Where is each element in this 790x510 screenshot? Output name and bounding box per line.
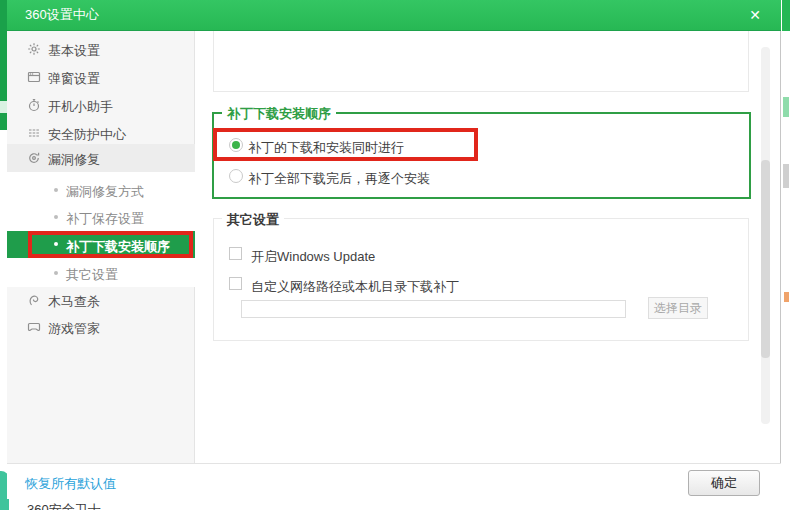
radio-download-install-simultaneous[interactable] [229,138,243,152]
footer-bar: 恢复所有默认值 确定 [7,463,781,499]
checkbox-label: 自定义网络路径或本机目录下载补丁 [251,278,459,296]
sidebar-subitem-repair-method[interactable]: 漏洞修复方式 [7,176,195,204]
sidebar-subitem-patch-save[interactable]: 补丁保存设置 [7,203,195,231]
background-window-right-strip [782,0,790,31]
sidebar-item-vulnerability-repair[interactable]: 漏洞修复 [7,144,195,172]
radio-download-all-then-install[interactable] [229,169,243,183]
checkbox-windows-update[interactable] [229,247,242,260]
radio-label: 补丁全部下载完后，再逐个安装 [248,170,430,188]
sidebar-item-label: 基本设置 [48,42,100,60]
window-icon [27,70,41,84]
title-bar: 360设置中心 ✕ [7,0,781,31]
sidebar-subitem-label: 补丁保存设置 [66,210,144,228]
ok-button[interactable]: 确定 [688,470,760,496]
sidebar-item-protection-center[interactable]: 安全防护中心 [7,119,195,147]
checkbox-label: 开启Windows Update [251,248,375,266]
sidebar-item-label: 漏洞修复 [48,151,100,169]
sidebar: 基本设置 弹窗设置 开机小助手 安全防护中心 漏洞修复 漏洞修复方式 补丁保存设… [7,31,195,463]
restore-defaults-link[interactable]: 恢复所有默认值 [25,475,116,493]
bullet-icon [54,215,58,219]
bullet-icon [54,188,58,192]
sidebar-item-basic-settings[interactable]: 基本设置 [7,35,195,63]
sidebar-subitem-label: 其它设置 [66,266,118,284]
refresh-icon [27,151,41,165]
sidebar-subitem-other-settings[interactable]: 其它设置 [7,259,195,287]
sidebar-item-label: 游戏管家 [48,320,100,338]
horse-swirl-icon [27,293,41,307]
sidebar-item-popup-settings[interactable]: 弹窗设置 [7,63,195,91]
sidebar-item-trojan-scan[interactable]: 木马查杀 [7,286,195,314]
close-icon[interactable]: ✕ [739,0,771,30]
sidebar-subitem-label: 补丁下载安装顺序 [66,238,170,256]
gear-icon [27,42,41,56]
sidebar-subitem-label: 漏洞修复方式 [66,183,144,201]
custom-path-input[interactable] [241,300,626,318]
list-lines-icon [27,126,41,140]
choose-directory-button[interactable]: 选择目录 [648,297,708,319]
bullet-icon [54,271,58,275]
sidebar-subitem-install-order-selected[interactable]: 补丁下载安装顺序 [7,231,195,258]
install-order-legend: 补丁下载安装顺序 [222,105,336,123]
sidebar-item-label: 木马查杀 [48,293,100,311]
sidebar-item-boot-assistant[interactable]: 开机小助手 [7,91,195,119]
checkbox-custom-path[interactable] [229,277,242,290]
stopwatch-icon [27,98,41,112]
other-settings-legend: 其它设置 [222,211,284,229]
bullet-icon [54,242,58,246]
background-window-right-fragment [783,97,789,117]
gamepad-icon [27,320,41,334]
sidebar-item-label: 开机小助手 [48,98,113,116]
sidebar-item-game-manager[interactable]: 游戏管家 [7,313,195,341]
scrollbar-thumb[interactable] [761,160,770,358]
sidebar-item-label: 安全防护中心 [48,126,126,144]
background-window-right-fragment [783,164,789,188]
screen: 360安全卫士 360设置中心 ✕ 基本设置 弹窗设置 开机小助手 安全防护中心… [0,0,790,510]
window-title: 360设置中心 [25,0,99,30]
background-window-right-fragment [784,292,789,302]
background-window-left-fragment [0,101,7,113]
radio-label: 补丁的下载和安装同时进行 [248,139,404,157]
background-window-title: 360安全卫士 [27,501,101,510]
sidebar-item-label: 弹窗设置 [48,70,100,88]
